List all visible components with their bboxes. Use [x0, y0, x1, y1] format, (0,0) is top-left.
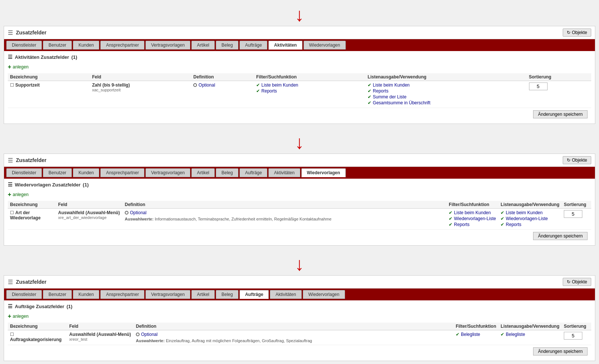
tab-artikel-1[interactable]: Artikel: [191, 41, 215, 50]
check-icon-2b: ✔: [449, 216, 452, 221]
listen-link-2a[interactable]: Liste beim Kunden: [506, 210, 542, 215]
row-icon-1: ☐: [10, 82, 14, 88]
col-bezeichnung-1: Bezeichnung: [8, 73, 90, 81]
tab-vertragsvorlagen-1[interactable]: Vertragsvorlagen: [145, 41, 190, 50]
tab-aktivitaeten-1[interactable]: Aktivitäten: [268, 41, 302, 50]
tab-ansprechpartner-1[interactable]: Ansprechpartner: [100, 41, 144, 50]
filter-link-1a[interactable]: Liste beim Kunden: [261, 82, 298, 88]
tab-dienstleister-1[interactable]: Dienstleister: [6, 41, 42, 50]
refresh-icon-2: ↻: [567, 158, 570, 163]
section-title-2: Zusatzfelder: [16, 157, 46, 163]
tab-beleg-3[interactable]: Beleg: [216, 290, 238, 299]
filter-item-2a: ✔ Liste beim Kunden: [449, 210, 496, 215]
tab-auftraege-3[interactable]: Aufträge: [240, 290, 269, 299]
tab-dienstleister-2[interactable]: Dienstleister: [6, 168, 42, 177]
filter-link-2a[interactable]: Liste beim Kunden: [454, 210, 491, 215]
filter-link-1b[interactable]: Reports: [261, 88, 277, 94]
tab-benutzer-2[interactable]: Benutzer: [43, 168, 72, 177]
tab-aktivitaeten-2[interactable]: Aktivitäten: [268, 168, 300, 177]
listen-link-1a[interactable]: Liste beim Kunden: [373, 82, 409, 88]
col-definition-3: Definition: [134, 323, 454, 330]
check-icon-l1d: ✔: [368, 100, 371, 105]
subsection-3: ☰ Aufträge Zusatzfelder (1) + anlegen Be…: [4, 300, 595, 361]
tab-benutzer-3[interactable]: Benutzer: [43, 290, 72, 299]
cell-bezeichnung-3: ☐ Auftragskategorisierung: [8, 330, 67, 345]
optional-link-2[interactable]: Optional: [130, 210, 147, 215]
check-icon-l1c: ✔: [368, 94, 371, 100]
cell-sort-1: [527, 81, 592, 108]
radio-circle-3: [136, 333, 140, 336]
tab-wiedervorlagen-2[interactable]: Wiedervorlagen: [301, 168, 346, 177]
tab-ansprechpartner-2[interactable]: Ansprechpartner: [100, 168, 144, 177]
filter-link-2b[interactable]: Wiedervorlagen-Liste: [454, 216, 496, 221]
anlegen-row-1[interactable]: + anlegen: [8, 62, 591, 72]
filter-link-3a[interactable]: Belegliste: [461, 332, 480, 337]
save-button-2[interactable]: Änderungen speichern: [533, 232, 588, 240]
sort-input-1[interactable]: [529, 82, 548, 90]
tab-kunden-3[interactable]: Kunden: [73, 290, 99, 299]
arrow-down-icon-1: ↓: [295, 4, 304, 25]
col-filter-2: Filter/Suchfunktion: [446, 201, 498, 209]
listen-link-2c[interactable]: Reports: [506, 222, 521, 227]
sort-input-3[interactable]: [564, 332, 582, 340]
objekte-button-2[interactable]: ↻ Objekte: [563, 156, 591, 164]
objekte-button-1[interactable]: ↻ Objekte: [563, 28, 591, 37]
cell-filter-2: ✔ Liste beim Kunden ✔ Wiedervorlagen-Lis…: [446, 209, 498, 230]
anlegen-row-2[interactable]: + anlegen: [8, 190, 591, 199]
row-icon-3: ☐: [10, 332, 14, 337]
cell-feld-2: Auswahlfeld (Auswahl-Menü) xre_art_der_w…: [56, 209, 123, 230]
tab-kunden-1[interactable]: Kunden: [73, 41, 99, 50]
tab-artikel-2[interactable]: Artikel: [191, 168, 215, 177]
list-icon-1: ☰: [8, 29, 13, 36]
listen-link-1b[interactable]: Reports: [373, 88, 388, 94]
tab-auftraege-1[interactable]: Aufträge: [240, 41, 267, 50]
listen-item-1a: ✔ Liste beim Kunden: [368, 82, 524, 88]
col-sort-2: Sortierung: [562, 201, 591, 209]
refresh-icon-3: ↻: [567, 279, 570, 284]
tab-beleg-2[interactable]: Beleg: [216, 168, 238, 177]
listen-link-2b[interactable]: Wiedervorlagen-Liste: [506, 216, 548, 221]
optional-link-3[interactable]: Optional: [141, 332, 158, 337]
listen-item-2a: ✔ Liste beim Kunden: [501, 210, 559, 215]
subsection-2: ☰ Wiedervorlagen Zusatzfelder (1) + anle…: [4, 179, 595, 245]
plus-icon-1: +: [8, 64, 11, 70]
optional-link-1[interactable]: Optional: [198, 82, 215, 88]
table-row: ☐ Supportzeit Zahl (bis 9-stellig) xac_s…: [8, 81, 591, 108]
tab-beleg-1[interactable]: Beleg: [216, 41, 238, 50]
cell-definition-3: Optional Auswahlwerte: Einzelauftrag, Au…: [134, 330, 454, 345]
filter-link-2c[interactable]: Reports: [454, 222, 469, 227]
section-wiedervorlagen: ☰ Zusatzfelder ↻ Objekte Dienstleister B…: [4, 154, 595, 246]
tab-wiedervorlagen-1[interactable]: Wiedervorlagen: [304, 41, 346, 50]
tab-dienstleister-3[interactable]: Dienstleister: [6, 290, 42, 299]
tab-vertragsvorlagen-2[interactable]: Vertragsvorlagen: [145, 168, 190, 177]
check-icon-l3a: ✔: [501, 332, 504, 337]
tab-artikel-3[interactable]: Artikel: [191, 290, 215, 299]
cell-sort-2: [562, 209, 591, 230]
radio-optional-2: Optional: [125, 210, 444, 215]
tab-kunden-2[interactable]: Kunden: [73, 168, 99, 177]
tab-ansprechpartner-3[interactable]: Ansprechpartner: [100, 290, 144, 299]
section-aktivitaeten: ☰ Zusatzfelder ↻ Objekte Dienstleister B…: [4, 26, 595, 124]
save-button-3[interactable]: Änderungen speichern: [533, 347, 588, 355]
sort-input-2[interactable]: [564, 210, 582, 218]
section-auftraege: ☰ Zusatzfelder ↻ Objekte Dienstleister B…: [4, 275, 595, 361]
tab-auftraege-2[interactable]: Aufträge: [240, 168, 267, 177]
listen-link-1c[interactable]: Summe der Liste: [373, 94, 406, 100]
col-filter-1: Filter/Suchfunktion: [254, 73, 365, 81]
objekte-button-3[interactable]: ↻ Objekte: [563, 278, 591, 286]
radio-circle-1: [193, 83, 197, 87]
refresh-icon-1: ↻: [567, 30, 570, 35]
anlegen-row-3[interactable]: + anlegen: [8, 311, 591, 321]
cell-feld-3: Auswahlfeld (Auswahl-Menü) xreor_test: [67, 330, 134, 345]
tab-benutzer-1[interactable]: Benutzer: [43, 41, 72, 50]
col-listen-3: Listenausgabe/Verwendung: [498, 323, 562, 330]
listen-link-1d[interactable]: Gesamtsumme in Überschrift: [373, 100, 430, 105]
tab-wiedervorlagen-3[interactable]: Wiedervorlagen: [303, 290, 345, 299]
tab-vertragsvorlagen-3[interactable]: Vertragsvorlagen: [145, 290, 190, 299]
subsection-title-3: ☰ Aufträge Zusatzfelder (1): [8, 303, 591, 309]
listen-link-3a[interactable]: Belegliste: [506, 332, 525, 337]
tab-aktivitaeten-3[interactable]: Aktivitäten: [270, 290, 301, 299]
check-icon-3a: ✔: [456, 332, 459, 337]
save-button-1[interactable]: Änderungen speichern: [533, 110, 588, 118]
subsection-list-icon-1: ☰: [8, 54, 13, 60]
